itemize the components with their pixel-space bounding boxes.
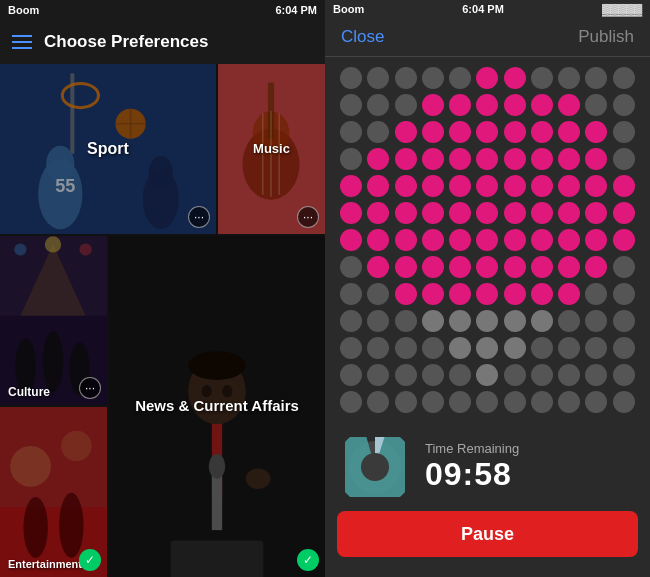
dot <box>367 202 389 224</box>
dot <box>504 229 526 251</box>
dot <box>585 337 607 359</box>
menu-icon[interactable] <box>12 35 32 49</box>
dot <box>449 256 471 278</box>
dot <box>504 364 526 386</box>
dot <box>422 310 444 332</box>
dot <box>558 67 580 89</box>
entertainment-badge[interactable]: ✓ <box>79 549 101 571</box>
dot <box>531 283 553 305</box>
dot <box>367 67 389 89</box>
dot <box>476 121 498 143</box>
music-badge[interactable]: ··· <box>297 206 319 228</box>
dot <box>504 148 526 170</box>
dot <box>531 121 553 143</box>
dot <box>531 391 553 413</box>
close-button[interactable]: Close <box>341 27 384 47</box>
dot <box>476 94 498 116</box>
dot <box>613 202 635 224</box>
grid-item-entertainment[interactable]: Entertainment ✓ <box>0 407 107 577</box>
dot <box>449 67 471 89</box>
dot <box>449 121 471 143</box>
grid-item-culture[interactable]: Culture ··· <box>0 236 107 406</box>
dot <box>613 175 635 197</box>
pause-button[interactable]: Pause <box>337 511 638 557</box>
dot <box>340 175 362 197</box>
dot <box>476 391 498 413</box>
dot <box>585 175 607 197</box>
left-time: 6:04 PM <box>275 4 317 16</box>
dot <box>558 121 580 143</box>
dot <box>340 229 362 251</box>
dot <box>395 148 417 170</box>
sport-badge[interactable]: ··· <box>188 206 210 228</box>
dot <box>585 67 607 89</box>
dot <box>476 283 498 305</box>
dot <box>340 283 362 305</box>
dot <box>367 310 389 332</box>
timer-info: Time Remaining 09:58 <box>425 441 519 493</box>
preferences-grid: 55 Sport ··· <box>0 64 325 577</box>
grid-item-news[interactable]: News & Current Affairs ✓ <box>109 236 325 577</box>
dot <box>504 94 526 116</box>
dot <box>558 94 580 116</box>
dot <box>476 256 498 278</box>
dot <box>585 283 607 305</box>
dot <box>585 202 607 224</box>
dots-grid <box>340 67 635 413</box>
dot <box>531 256 553 278</box>
dot <box>367 337 389 359</box>
news-label: News & Current Affairs <box>109 397 325 417</box>
dot <box>558 391 580 413</box>
dot <box>422 391 444 413</box>
dot <box>531 229 553 251</box>
dot <box>422 364 444 386</box>
dot <box>395 67 417 89</box>
dot <box>476 148 498 170</box>
dot <box>340 364 362 386</box>
dot <box>613 364 635 386</box>
dot <box>422 256 444 278</box>
dot <box>504 337 526 359</box>
dot <box>367 148 389 170</box>
dot <box>395 391 417 413</box>
dot <box>449 94 471 116</box>
dot <box>422 337 444 359</box>
dot <box>340 94 362 116</box>
dot <box>504 202 526 224</box>
dot <box>476 229 498 251</box>
dot <box>613 337 635 359</box>
dots-grid-container <box>325 57 650 423</box>
dot <box>585 121 607 143</box>
dot <box>340 121 362 143</box>
dot <box>613 121 635 143</box>
dot <box>476 310 498 332</box>
dot <box>476 202 498 224</box>
grid-item-music[interactable]: Music ··· <box>218 64 325 234</box>
dot <box>558 283 580 305</box>
dot <box>449 283 471 305</box>
dot <box>340 391 362 413</box>
dot <box>531 364 553 386</box>
dot <box>476 175 498 197</box>
left-status-bar: Boom 6:04 PM <box>0 0 325 20</box>
dot <box>395 175 417 197</box>
dot <box>558 175 580 197</box>
publish-button[interactable]: Publish <box>578 27 634 47</box>
page-title: Choose Preferences <box>44 32 208 52</box>
left-panel: Boom 6:04 PM Choose Preferences <box>0 0 325 577</box>
dot <box>613 67 635 89</box>
dot <box>558 148 580 170</box>
dot <box>613 256 635 278</box>
right-header: Close Publish <box>325 18 650 57</box>
dot <box>395 94 417 116</box>
dot <box>395 310 417 332</box>
dot <box>504 310 526 332</box>
dot <box>340 256 362 278</box>
dot <box>449 229 471 251</box>
dot <box>395 364 417 386</box>
dot <box>367 121 389 143</box>
dot <box>340 310 362 332</box>
news-badge[interactable]: ✓ <box>297 549 319 571</box>
grid-item-sport[interactable]: 55 Sport ··· <box>0 64 216 234</box>
dot <box>422 94 444 116</box>
